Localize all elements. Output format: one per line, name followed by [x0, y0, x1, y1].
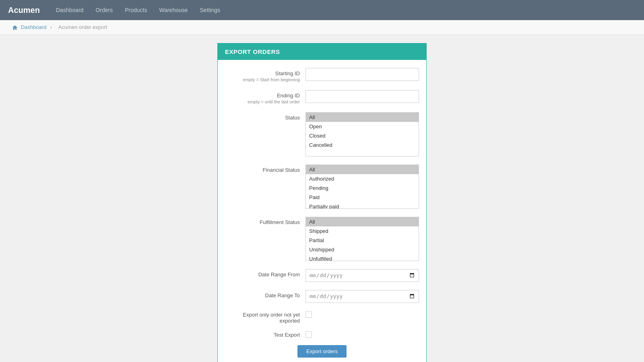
- breadcrumb-separator: ›: [50, 24, 54, 30]
- status-listbox-scroll[interactable]: All Open Closed Cancelled: [306, 113, 419, 156]
- status-option-all[interactable]: All: [306, 113, 419, 122]
- fulfillment-status-row: Fulfillment Status All Shipped Partial U…: [225, 217, 419, 261]
- date-from-control: [305, 269, 419, 282]
- financial-status-control: All Authorized Pending Paid Partially pa…: [305, 165, 419, 209]
- financial-option-all[interactable]: All: [306, 165, 419, 174]
- status-option-cancelled[interactable]: Cancelled: [306, 140, 419, 150]
- home-icon: [12, 25, 18, 31]
- test-export-label-col: Test Export: [225, 331, 305, 338]
- breadcrumb-home[interactable]: Dashboard: [21, 24, 47, 30]
- fulfillment-option-unfulfilled[interactable]: Unfulfilled: [306, 254, 419, 261]
- test-export-checkbox[interactable]: [305, 331, 312, 338]
- fulfillment-status-listbox-scroll[interactable]: All Shipped Partial Unshipped Unfulfille…: [306, 217, 419, 261]
- ending-id-control: [305, 90, 419, 103]
- fulfillment-option-unshipped[interactable]: Unshipped: [306, 245, 419, 254]
- navbar: Acumen Dashboard Orders Products Warehou…: [0, 0, 644, 20]
- status-listbox-container: All Open Closed Cancelled: [305, 112, 419, 156]
- brand: Acumen: [8, 6, 40, 15]
- status-label: Status: [225, 115, 300, 121]
- nav-products[interactable]: Products: [125, 7, 147, 13]
- fulfillment-option-partial[interactable]: Partial: [306, 236, 419, 245]
- nav-dashboard[interactable]: Dashboard: [56, 7, 84, 13]
- financial-status-row: Financial Status All Authorized Pending …: [225, 165, 419, 209]
- fulfillment-option-shipped[interactable]: Shipped: [306, 226, 419, 236]
- export-card-header: EXPORT ORDERS: [218, 43, 426, 60]
- ending-id-row: Ending ID empty = until the last order: [225, 90, 419, 104]
- ending-id-label-col: Ending ID empty = until the last order: [225, 90, 305, 104]
- financial-status-label-col: Financial Status: [225, 165, 305, 173]
- page-content: EXPORT ORDERS Starting ID empty = Start …: [0, 35, 644, 362]
- nav-orders[interactable]: Orders: [95, 7, 113, 13]
- financial-option-authorized[interactable]: Authorized: [306, 174, 419, 183]
- fulfillment-status-control: All Shipped Partial Unshipped Unfulfille…: [305, 217, 419, 261]
- export-only-checkbox[interactable]: [305, 311, 312, 318]
- date-from-label-col: Date Range From: [225, 269, 305, 278]
- starting-id-control: [305, 68, 419, 81]
- export-only-label-col: Export only order not yet exported: [225, 311, 305, 324]
- starting-id-subtext: empty = Start from beginning: [225, 77, 300, 82]
- breadcrumb: Dashboard › Acumen order export: [0, 20, 644, 35]
- nav-settings[interactable]: Settings: [200, 7, 221, 13]
- date-to-input[interactable]: [305, 290, 419, 303]
- breadcrumb-current: Acumen order export: [58, 24, 107, 30]
- test-export-label: Test Export: [225, 332, 300, 338]
- test-export-control: [305, 331, 419, 338]
- ending-id-label: Ending ID: [225, 93, 300, 99]
- financial-option-pending[interactable]: Pending: [306, 183, 419, 193]
- export-button[interactable]: Export orders: [297, 345, 347, 358]
- date-to-row: Date Range To: [225, 290, 419, 303]
- status-row: Status All Open Closed Cancelled: [225, 112, 419, 156]
- financial-option-partially-paid[interactable]: Partially paid: [306, 202, 419, 208]
- nav-warehouse[interactable]: Warehouse: [159, 7, 188, 13]
- starting-id-label-col: Starting ID empty = Start from beginning: [225, 68, 305, 82]
- date-from-input[interactable]: [305, 269, 419, 282]
- fulfillment-status-listbox-container: All Shipped Partial Unshipped Unfulfille…: [305, 217, 419, 261]
- date-from-label: Date Range From: [225, 272, 300, 278]
- status-option-open[interactable]: Open: [306, 122, 419, 131]
- fulfillment-status-label: Fulfillment Status: [225, 219, 300, 225]
- date-from-row: Date Range From: [225, 269, 419, 282]
- export-card: EXPORT ORDERS Starting ID empty = Start …: [217, 43, 427, 362]
- starting-id-input[interactable]: [305, 68, 419, 81]
- financial-status-label: Financial Status: [225, 167, 300, 173]
- test-export-row: Test Export: [225, 331, 419, 338]
- starting-id-label: Starting ID: [225, 70, 300, 76]
- status-control: All Open Closed Cancelled: [305, 112, 419, 156]
- date-to-label-col: Date Range To: [225, 290, 305, 298]
- ending-id-subtext: empty = until the last order: [225, 99, 300, 104]
- status-label-col: Status: [225, 112, 305, 121]
- export-only-control: [305, 311, 419, 318]
- ending-id-input[interactable]: [305, 90, 419, 103]
- financial-status-listbox-container: All Authorized Pending Paid Partially pa…: [305, 165, 419, 209]
- fulfillment-status-label-col: Fulfillment Status: [225, 217, 305, 225]
- export-card-body: Starting ID empty = Start from beginning…: [218, 60, 426, 362]
- date-to-label: Date Range To: [225, 292, 300, 298]
- fulfillment-option-all[interactable]: All: [306, 217, 419, 226]
- export-only-row: Export only order not yet exported: [225, 311, 419, 324]
- date-to-control: [305, 290, 419, 303]
- status-option-closed[interactable]: Closed: [306, 131, 419, 140]
- starting-id-row: Starting ID empty = Start from beginning: [225, 68, 419, 82]
- export-only-label: Export only order not yet exported: [225, 312, 300, 324]
- financial-option-paid[interactable]: Paid: [306, 193, 419, 202]
- financial-status-listbox-scroll[interactable]: All Authorized Pending Paid Partially pa…: [306, 165, 419, 208]
- navbar-links: Dashboard Orders Products Warehouse Sett…: [56, 7, 220, 13]
